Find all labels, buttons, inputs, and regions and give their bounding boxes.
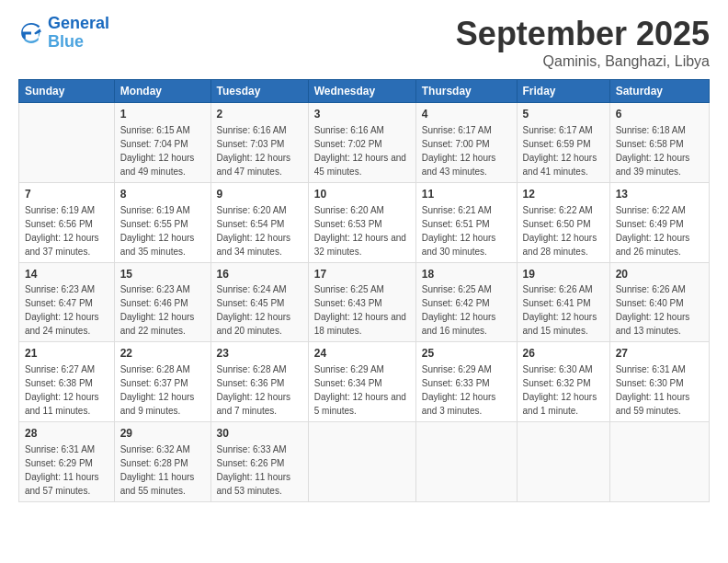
day-number: 27	[616, 346, 703, 362]
day-info: Sunrise: 6:26 AMSunset: 6:41 PMDaylight:…	[523, 282, 604, 338]
cell-w1-d0	[19, 103, 115, 183]
day-number: 4	[422, 107, 511, 122]
day-info: Sunrise: 6:16 AMSunset: 7:03 PMDaylight:…	[217, 123, 302, 178]
day-number: 24	[314, 346, 410, 362]
day-number: 13	[616, 187, 703, 202]
day-info: Sunrise: 6:25 AMSunset: 6:43 PMDaylight:…	[314, 282, 410, 338]
day-info: Sunrise: 6:15 AMSunset: 7:04 PMDaylight:…	[120, 123, 205, 178]
day-number: 30	[217, 426, 302, 442]
day-info: Sunrise: 6:27 AMSunset: 6:38 PMDaylight:…	[25, 362, 108, 418]
title-block: September 2025 Qaminis, Banghazi, Libya	[456, 15, 710, 70]
cell-w3-d3: 17Sunrise: 6:25 AMSunset: 6:43 PMDayligh…	[308, 262, 415, 342]
cell-w5-d1: 29Sunrise: 6:32 AMSunset: 6:28 PMDayligh…	[114, 422, 210, 502]
day-number: 15	[120, 267, 205, 282]
day-info: Sunrise: 6:33 AMSunset: 6:26 PMDaylight:…	[217, 442, 302, 498]
cell-w4-d6: 27Sunrise: 6:31 AMSunset: 6:30 PMDayligh…	[609, 342, 709, 422]
cell-w4-d3: 24Sunrise: 6:29 AMSunset: 6:34 PMDayligh…	[308, 342, 415, 422]
day-info: Sunrise: 6:19 AMSunset: 6:56 PMDaylight:…	[25, 203, 108, 259]
cell-w2-d6: 13Sunrise: 6:22 AMSunset: 6:49 PMDayligh…	[609, 182, 709, 262]
day-number: 7	[25, 187, 108, 202]
cell-w2-d0: 7Sunrise: 6:19 AMSunset: 6:56 PMDaylight…	[19, 182, 115, 262]
day-info: Sunrise: 6:19 AMSunset: 6:55 PMDaylight:…	[120, 203, 205, 259]
day-number: 18	[422, 267, 511, 282]
day-info: Sunrise: 6:20 AMSunset: 6:53 PMDaylight:…	[314, 203, 410, 259]
week-row-1: 1Sunrise: 6:15 AMSunset: 7:04 PMDaylight…	[19, 103, 710, 183]
col-saturday: Saturday	[609, 80, 709, 103]
day-info: Sunrise: 6:20 AMSunset: 6:54 PMDaylight:…	[217, 203, 302, 259]
day-number: 29	[120, 426, 205, 442]
logo: General Blue	[18, 15, 109, 52]
cell-w1-d3: 3Sunrise: 6:16 AMSunset: 7:02 PMDaylight…	[308, 103, 415, 183]
day-number: 28	[25, 426, 108, 442]
cell-w3-d4: 18Sunrise: 6:25 AMSunset: 6:42 PMDayligh…	[415, 262, 517, 342]
day-info: Sunrise: 6:22 AMSunset: 6:49 PMDaylight:…	[616, 203, 703, 259]
day-info: Sunrise: 6:17 AMSunset: 6:59 PMDaylight:…	[523, 123, 604, 178]
cell-w3-d1: 15Sunrise: 6:23 AMSunset: 6:46 PMDayligh…	[114, 262, 210, 342]
col-tuesday: Tuesday	[210, 80, 308, 103]
day-number: 8	[120, 187, 205, 202]
col-friday: Friday	[517, 80, 609, 103]
day-number: 1	[120, 107, 205, 122]
day-info: Sunrise: 6:28 AMSunset: 6:36 PMDaylight:…	[217, 362, 302, 418]
day-info: Sunrise: 6:29 AMSunset: 6:33 PMDaylight:…	[422, 362, 511, 418]
day-info: Sunrise: 6:24 AMSunset: 6:45 PMDaylight:…	[217, 282, 302, 338]
day-number: 5	[523, 107, 604, 122]
logo-text: General Blue	[48, 15, 109, 52]
cell-w5-d0: 28Sunrise: 6:31 AMSunset: 6:29 PMDayligh…	[19, 422, 115, 502]
day-number: 10	[314, 187, 410, 202]
cell-w4-d0: 21Sunrise: 6:27 AMSunset: 6:38 PMDayligh…	[19, 342, 115, 422]
month-title: September 2025	[456, 15, 710, 53]
cell-w4-d5: 26Sunrise: 6:30 AMSunset: 6:32 PMDayligh…	[517, 342, 609, 422]
day-info: Sunrise: 6:17 AMSunset: 7:00 PMDaylight:…	[422, 123, 511, 178]
day-number: 19	[523, 267, 604, 282]
cell-w2-d3: 10Sunrise: 6:20 AMSunset: 6:53 PMDayligh…	[308, 182, 415, 262]
cell-w4-d1: 22Sunrise: 6:28 AMSunset: 6:37 PMDayligh…	[114, 342, 210, 422]
day-number: 21	[25, 346, 108, 362]
column-headers: Sunday Monday Tuesday Wednesday Thursday…	[19, 80, 710, 103]
cell-w2-d2: 9Sunrise: 6:20 AMSunset: 6:54 PMDaylight…	[210, 182, 308, 262]
day-info: Sunrise: 6:23 AMSunset: 6:47 PMDaylight:…	[25, 282, 108, 338]
day-info: Sunrise: 6:26 AMSunset: 6:40 PMDaylight:…	[616, 282, 703, 338]
cell-w3-d5: 19Sunrise: 6:26 AMSunset: 6:41 PMDayligh…	[517, 262, 609, 342]
week-row-3: 14Sunrise: 6:23 AMSunset: 6:47 PMDayligh…	[19, 262, 710, 342]
cell-w2-d5: 12Sunrise: 6:22 AMSunset: 6:50 PMDayligh…	[517, 182, 609, 262]
day-info: Sunrise: 6:29 AMSunset: 6:34 PMDaylight:…	[314, 362, 410, 418]
cell-w4-d4: 25Sunrise: 6:29 AMSunset: 6:33 PMDayligh…	[415, 342, 517, 422]
location-title: Qaminis, Banghazi, Libya	[456, 53, 710, 70]
week-row-2: 7Sunrise: 6:19 AMSunset: 6:56 PMDaylight…	[19, 182, 710, 262]
day-info: Sunrise: 6:21 AMSunset: 6:51 PMDaylight:…	[422, 203, 511, 259]
day-info: Sunrise: 6:16 AMSunset: 7:02 PMDaylight:…	[314, 123, 410, 178]
day-number: 23	[217, 346, 302, 362]
day-number: 26	[523, 346, 604, 362]
day-number: 3	[314, 107, 410, 122]
col-wednesday: Wednesday	[308, 80, 415, 103]
cell-w3-d6: 20Sunrise: 6:26 AMSunset: 6:40 PMDayligh…	[609, 262, 709, 342]
day-number: 22	[120, 346, 205, 362]
col-sunday: Sunday	[19, 80, 115, 103]
cell-w1-d2: 2Sunrise: 6:16 AMSunset: 7:03 PMDaylight…	[210, 103, 308, 183]
cell-w2-d1: 8Sunrise: 6:19 AMSunset: 6:55 PMDaylight…	[114, 182, 210, 262]
day-number: 14	[25, 267, 108, 282]
day-number: 11	[422, 187, 511, 202]
week-row-5: 28Sunrise: 6:31 AMSunset: 6:29 PMDayligh…	[19, 422, 710, 502]
header: General Blue September 2025 Qaminis, Ban…	[18, 15, 710, 70]
day-info: Sunrise: 6:25 AMSunset: 6:42 PMDaylight:…	[422, 282, 511, 338]
day-number: 16	[217, 267, 302, 282]
logo-icon	[18, 20, 44, 46]
cell-w1-d5: 5Sunrise: 6:17 AMSunset: 6:59 PMDaylight…	[517, 103, 609, 183]
calendar-table: Sunday Monday Tuesday Wednesday Thursday…	[18, 79, 710, 502]
day-number: 6	[616, 107, 703, 122]
col-monday: Monday	[114, 80, 210, 103]
day-number: 25	[422, 346, 511, 362]
day-info: Sunrise: 6:32 AMSunset: 6:28 PMDaylight:…	[120, 442, 205, 498]
day-number: 20	[616, 267, 703, 282]
cell-w5-d2: 30Sunrise: 6:33 AMSunset: 6:26 PMDayligh…	[210, 422, 308, 502]
day-number: 9	[217, 187, 302, 202]
cell-w1-d1: 1Sunrise: 6:15 AMSunset: 7:04 PMDaylight…	[114, 103, 210, 183]
cell-w3-d0: 14Sunrise: 6:23 AMSunset: 6:47 PMDayligh…	[19, 262, 115, 342]
day-info: Sunrise: 6:30 AMSunset: 6:32 PMDaylight:…	[523, 362, 604, 418]
cell-w2-d4: 11Sunrise: 6:21 AMSunset: 6:51 PMDayligh…	[415, 182, 517, 262]
day-info: Sunrise: 6:31 AMSunset: 6:30 PMDaylight:…	[616, 362, 703, 418]
day-number: 12	[523, 187, 604, 202]
cell-w5-d5	[517, 422, 609, 502]
